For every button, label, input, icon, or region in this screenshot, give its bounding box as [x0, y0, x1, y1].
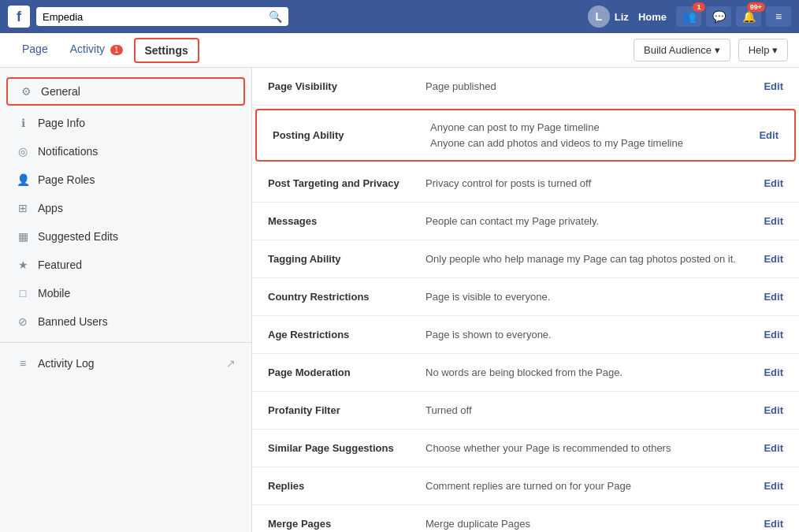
settings-label: Posting Ability	[273, 129, 430, 141]
edit-button[interactable]: Edit	[764, 442, 783, 454]
settings-label: Post Targeting and Privacy	[268, 177, 426, 189]
sidebar-item-suggested-edits[interactable]: ▦ Suggested Edits	[0, 222, 251, 251]
home-button[interactable]: Home	[634, 9, 671, 24]
settings-value: People can contact my Page privately.	[426, 214, 754, 229]
edit-button[interactable]: Edit	[764, 329, 783, 340]
gear-icon: ⚙	[19, 85, 33, 98]
friend-requests-button[interactable]: 👥 1	[676, 6, 701, 27]
sidebar-item-featured[interactable]: ★ Featured	[0, 251, 251, 279]
settings-row: Tagging AbilityOnly people who help mana…	[252, 240, 799, 278]
settings-value: Merge duplicate Pages	[426, 516, 754, 532]
mobile-icon: □	[16, 287, 30, 299]
apps-icon: ⊞	[16, 202, 30, 214]
suggested-edits-icon: ▦	[16, 230, 30, 243]
edit-button[interactable]: Edit	[764, 480, 783, 492]
nav-right: L Liz Home 👥 1 💬 🔔 99+ ≡	[588, 6, 791, 28]
settings-row: RepliesComment replies are turned on for…	[252, 467, 799, 505]
settings-row: Page VisibilityPage publishedEdit	[252, 68, 799, 106]
sidebar-item-banned-users[interactable]: ⊘ Banned Users	[0, 307, 251, 336]
search-icon: 🔍	[269, 10, 282, 23]
nav-username: Liz	[615, 11, 629, 23]
sidebar-label-apps: Apps	[38, 202, 63, 214]
friend-badge: 1	[693, 2, 705, 12]
facebook-logo: f	[8, 6, 30, 28]
main-layout: ⚙ General ℹ Page Info ◎ Notifications 👤 …	[0, 68, 799, 532]
sidebar-label-general: General	[41, 85, 80, 98]
edit-button[interactable]: Edit	[764, 366, 783, 378]
settings-label: Page Visibility	[268, 80, 426, 92]
settings-value: Page is shown to everyone.	[426, 327, 754, 343]
settings-row: Age RestrictionsPage is shown to everyon…	[252, 316, 799, 354]
settings-label: Country Restrictions	[268, 291, 426, 303]
settings-row: Post Targeting and PrivacyPrivacy contro…	[252, 165, 799, 203]
sidebar-item-general[interactable]: ⚙ General	[6, 77, 245, 106]
top-navigation: f 🔍 L Liz Home 👥 1 💬 🔔 99+ ≡	[0, 0, 799, 33]
edit-button[interactable]: Edit	[764, 177, 783, 189]
avatar: L	[588, 6, 610, 28]
build-audience-button[interactable]: Build Audience ▾	[634, 39, 730, 61]
sidebar-label-activity-log: Activity Log	[38, 357, 95, 370]
edit-button[interactable]: Edit	[764, 404, 783, 416]
settings-row: Profanity FilterTurned offEdit	[252, 392, 799, 430]
settings-value: No words are being blocked from the Page…	[426, 365, 754, 381]
messages-button[interactable]: 💬	[706, 6, 731, 27]
help-button[interactable]: Help ▾	[738, 39, 788, 61]
activity-log-icon: ≡	[16, 357, 30, 370]
edit-button[interactable]: Edit	[764, 518, 783, 530]
page-tabs: Page Activity 1 Settings Build Audience …	[0, 33, 799, 68]
sidebar-label-page-info: Page Info	[38, 117, 85, 129]
sidebar-label-page-roles: Page Roles	[38, 173, 95, 186]
settings-value: Privacy control for posts is turned off	[426, 176, 754, 192]
sidebar-label-notifications: Notifications	[38, 145, 98, 158]
sidebar-divider	[0, 342, 251, 343]
settings-value: Turned off	[426, 403, 754, 419]
search-input[interactable]	[43, 11, 264, 23]
sidebar-item-mobile[interactable]: □ Mobile	[0, 279, 251, 307]
more-menu-button[interactable]: ≡	[766, 6, 791, 27]
sidebar-label-suggested-edits: Suggested Edits	[38, 230, 118, 243]
activity-badge: 1	[110, 45, 123, 55]
external-link-icon: ↗	[226, 357, 236, 370]
settings-row: Similar Page SuggestionsChoose whether y…	[252, 430, 799, 467]
info-icon: ℹ	[16, 117, 30, 129]
banned-icon: ⊘	[16, 315, 30, 328]
edit-button[interactable]: Edit	[764, 80, 783, 92]
settings-value: Choose whether your Page is recommended …	[426, 441, 754, 456]
settings-value: Page is visible to everyone.	[426, 289, 754, 305]
settings-label: Messages	[268, 215, 426, 227]
edit-button[interactable]: Edit	[764, 253, 783, 265]
sidebar-item-apps[interactable]: ⊞ Apps	[0, 194, 251, 222]
settings-row: Page ModerationNo words are being blocke…	[252, 354, 799, 392]
person-icon: 👤	[16, 173, 30, 186]
settings-rows: Page VisibilityPage publishedEditPosting…	[252, 68, 799, 532]
settings-label: Merge Pages	[268, 518, 426, 530]
sidebar-item-page-info[interactable]: ℹ Page Info	[0, 109, 251, 137]
settings-value: Only people who help manage my Page can …	[426, 251, 754, 267]
settings-content: Page VisibilityPage publishedEditPosting…	[252, 68, 799, 532]
settings-label: Tagging Ability	[268, 253, 426, 265]
notifications-button[interactable]: 🔔 99+	[736, 6, 761, 27]
tab-settings[interactable]: Settings	[134, 38, 199, 63]
settings-row: Posting AbilityAnyone can post to my Pag…	[255, 109, 796, 162]
sidebar-item-activity-log[interactable]: ≡ Activity Log ↗	[0, 349, 251, 378]
edit-button[interactable]: Edit	[764, 215, 783, 227]
settings-value: Page published	[426, 79, 754, 95]
settings-label: Page Moderation	[268, 366, 426, 378]
sidebar-item-notifications[interactable]: ◎ Notifications	[0, 137, 251, 166]
notifications-badge: 99+	[747, 2, 765, 12]
settings-label: Replies	[268, 480, 426, 492]
sidebar-label-featured: Featured	[38, 259, 82, 271]
settings-label: Age Restrictions	[268, 329, 426, 340]
settings-row: MessagesPeople can contact my Page priva…	[252, 203, 799, 240]
sidebar: ⚙ General ℹ Page Info ◎ Notifications 👤 …	[0, 68, 252, 532]
search-bar[interactable]: 🔍	[36, 7, 288, 26]
sidebar-item-page-roles[interactable]: 👤 Page Roles	[0, 166, 251, 194]
settings-row: Country RestrictionsPage is visible to e…	[252, 278, 799, 316]
edit-button[interactable]: Edit	[764, 291, 783, 303]
sidebar-label-mobile: Mobile	[38, 287, 70, 299]
edit-button[interactable]: Edit	[759, 129, 779, 141]
sidebar-label-banned-users: Banned Users	[38, 315, 108, 328]
tab-activity[interactable]: Activity 1	[59, 33, 134, 67]
settings-row: Merge PagesMerge duplicate PagesEdit	[252, 505, 799, 532]
tab-page[interactable]: Page	[11, 33, 59, 67]
